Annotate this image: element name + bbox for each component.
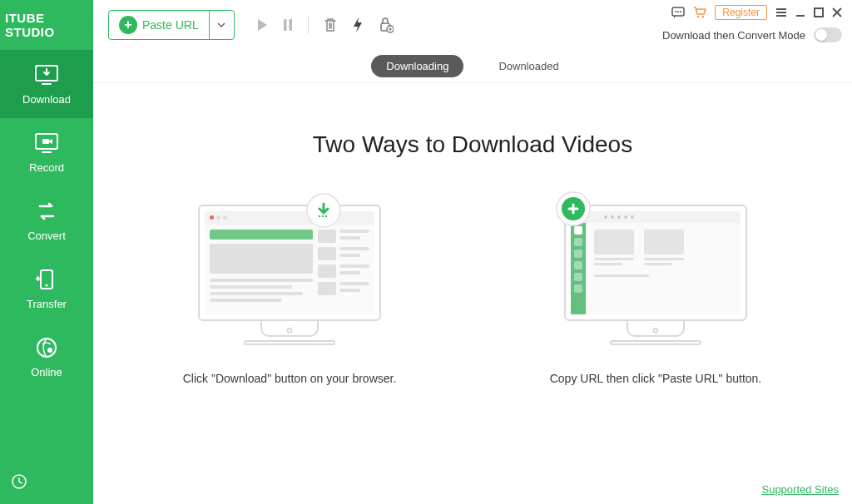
maximize-button[interactable] bbox=[814, 7, 824, 17]
convert-mode-label: Download then Convert Mode bbox=[662, 29, 805, 42]
play-icon[interactable] bbox=[256, 18, 268, 32]
transfer-icon bbox=[30, 268, 63, 291]
svg-rect-10 bbox=[284, 19, 287, 31]
titlebar: + Paste URL Register bbox=[93, 0, 852, 50]
online-icon bbox=[30, 336, 63, 359]
svg-rect-3 bbox=[42, 139, 49, 144]
supported-sites-link[interactable]: Supported Sites bbox=[761, 483, 839, 496]
sidebar: ITUBE STUDIO Download Record Convert bbox=[0, 0, 93, 504]
feedback-icon[interactable] bbox=[671, 7, 685, 18]
tabs: Downloading Downloaded bbox=[93, 50, 852, 83]
tab-downloading[interactable]: Downloading bbox=[371, 55, 463, 77]
app-logo: ITUBE STUDIO bbox=[0, 0, 93, 50]
register-button[interactable]: Register bbox=[715, 5, 767, 20]
paste-url-button-group: + Paste URL bbox=[108, 10, 235, 40]
turbo-icon[interactable] bbox=[352, 17, 364, 33]
privacy-icon[interactable] bbox=[379, 17, 394, 33]
method-card-browser: Click "Download" button on your browser. bbox=[165, 205, 414, 388]
sidebar-item-online[interactable]: Online bbox=[0, 323, 93, 391]
page-headline: Two Ways to Download Videos bbox=[313, 131, 632, 158]
plus-icon: + bbox=[119, 16, 137, 34]
sidebar-item-label: Online bbox=[31, 366, 62, 378]
method-caption: Copy URL then click "Paste URL" button. bbox=[550, 370, 762, 388]
method-card-paste-url: Copy URL then click "Paste URL" button. bbox=[531, 205, 780, 388]
monitor-illustration bbox=[564, 205, 747, 345]
menu-icon[interactable] bbox=[775, 7, 787, 17]
content-area: Two Ways to Download Videos bbox=[93, 83, 852, 504]
sidebar-item-record[interactable]: Record bbox=[0, 118, 93, 186]
close-button[interactable] bbox=[832, 7, 842, 17]
svg-rect-11 bbox=[289, 19, 292, 31]
svg-point-17 bbox=[677, 11, 679, 12]
svg-point-20 bbox=[702, 16, 704, 17]
svg-point-6 bbox=[46, 284, 48, 286]
schedule-icon[interactable] bbox=[12, 474, 27, 492]
minimize-button[interactable] bbox=[795, 7, 805, 17]
svg-point-14 bbox=[389, 27, 391, 30]
sidebar-item-label: Record bbox=[29, 161, 64, 174]
pause-icon[interactable] bbox=[283, 18, 293, 32]
svg-point-19 bbox=[697, 16, 699, 17]
paste-url-dropdown[interactable] bbox=[209, 11, 234, 39]
sidebar-item-download[interactable]: Download bbox=[0, 50, 93, 118]
trash-icon[interactable] bbox=[324, 17, 337, 32]
sidebar-item-convert[interactable]: Convert bbox=[0, 186, 93, 254]
svg-point-16 bbox=[675, 11, 676, 12]
record-icon bbox=[30, 131, 63, 155]
sidebar-item-transfer[interactable]: Transfer bbox=[0, 254, 93, 323]
svg-rect-25 bbox=[815, 8, 823, 17]
download-icon bbox=[30, 63, 63, 86]
convert-mode-toggle[interactable] bbox=[814, 27, 842, 42]
tab-downloaded[interactable]: Downloaded bbox=[483, 55, 573, 77]
sidebar-item-label: Convert bbox=[27, 230, 66, 242]
sidebar-item-label: Transfer bbox=[27, 298, 67, 310]
method-caption: Click "Download" button on your browser. bbox=[183, 370, 397, 388]
separator bbox=[308, 16, 309, 34]
cart-icon[interactable] bbox=[693, 7, 706, 18]
paste-url-label: Paste URL bbox=[142, 18, 199, 32]
download-arrow-badge-icon bbox=[306, 193, 341, 228]
paste-url-button[interactable]: + Paste URL bbox=[109, 11, 209, 39]
sidebar-item-label: Download bbox=[22, 93, 71, 106]
svg-point-18 bbox=[680, 11, 681, 12]
monitor-illustration bbox=[198, 205, 381, 345]
convert-icon bbox=[30, 200, 63, 223]
svg-point-8 bbox=[47, 348, 52, 353]
plus-badge-icon bbox=[556, 191, 591, 226]
svg-point-7 bbox=[37, 338, 56, 357]
